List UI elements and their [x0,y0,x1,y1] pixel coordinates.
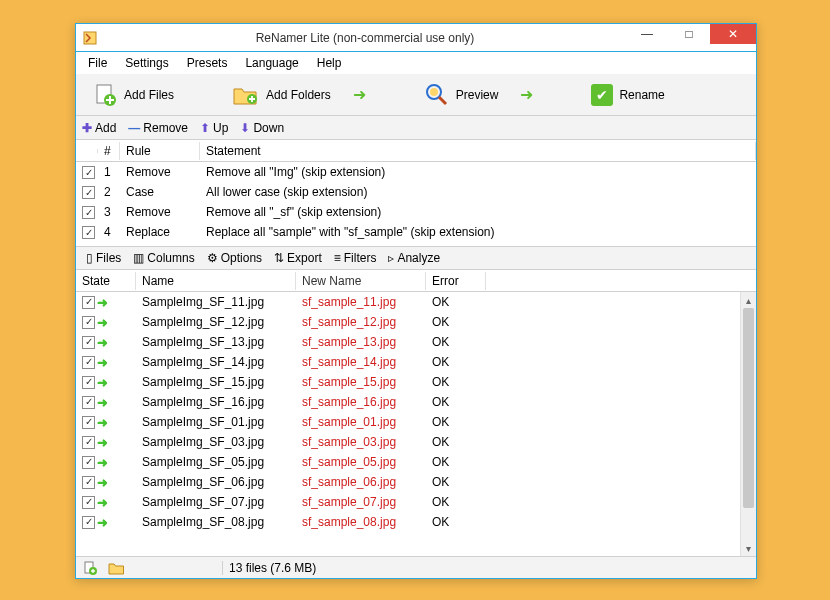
files-tab-filters[interactable]: ≡Filters [330,251,381,265]
file-name: SampleImg_SF_11.jpg [136,295,296,309]
col-error[interactable]: Error [426,272,486,290]
rule-checkbox[interactable] [82,186,95,199]
rename-button[interactable]: ✔ Rename [583,81,672,109]
file-row[interactable]: ➜SampleImg_SF_06.jpgsf_sample_06.jpgOK [76,472,740,492]
close-button[interactable]: ✕ [710,24,756,44]
rule-row[interactable]: 2CaseAll lower case (skip extension) [76,182,756,202]
rule-num: 3 [98,205,120,219]
file-name: SampleImg_SF_06.jpg [136,475,296,489]
files-tab-options[interactable]: ⚙Options [203,251,266,265]
rules-remove-button[interactable]: —Remove [128,121,188,135]
file-error: OK [426,335,486,349]
col-num[interactable]: # [98,142,120,160]
file-row[interactable]: ➜SampleImg_SF_05.jpgsf_sample_05.jpgOK [76,452,740,472]
file-row[interactable]: ➜SampleImg_SF_13.jpgsf_sample_13.jpgOK [76,332,740,352]
menu-file[interactable]: File [80,54,115,72]
scroll-up-icon[interactable]: ▴ [741,292,756,308]
col-state[interactable]: State [76,272,136,290]
titlebar[interactable]: ReNamer Lite (non-commercial use only) —… [76,24,756,52]
rule-row[interactable]: 1RemoveRemove all "Img" (skip extension) [76,162,756,182]
file-checkbox[interactable] [82,516,95,529]
file-newname: sf_sample_08.jpg [296,515,426,529]
file-row[interactable]: ➜SampleImg_SF_12.jpgsf_sample_12.jpgOK [76,312,740,332]
file-error: OK [426,495,486,509]
state-arrow-icon: ➜ [97,395,108,410]
menu-language[interactable]: Language [237,54,306,72]
rule-checkbox[interactable] [82,226,95,239]
file-row[interactable]: ➜SampleImg_SF_07.jpgsf_sample_07.jpgOK [76,492,740,512]
col-name[interactable]: Name [136,272,296,290]
menu-presets[interactable]: Presets [179,54,236,72]
file-checkbox[interactable] [82,356,95,369]
file-checkbox[interactable] [82,476,95,489]
file-name: SampleImg_SF_05.jpg [136,455,296,469]
file-checkbox[interactable] [82,376,95,389]
menu-help[interactable]: Help [309,54,350,72]
minus-icon: — [128,121,140,135]
rules-header: # Rule Statement [76,140,756,162]
rules-up-button[interactable]: ⬆Up [200,121,228,135]
status-add-file-icon[interactable] [82,560,98,576]
rules-add-button[interactable]: ✚Add [82,121,116,135]
status-add-folder-icon[interactable] [108,560,126,576]
rule-checkbox[interactable] [82,166,95,179]
file-name: SampleImg_SF_13.jpg [136,335,296,349]
file-error: OK [426,515,486,529]
add-files-icon [92,82,118,108]
file-newname: sf_sample_16.jpg [296,395,426,409]
rule-row[interactable]: 3RemoveRemove all "_sf" (skip extension) [76,202,756,222]
files-icon: ▯ [86,251,93,265]
file-row[interactable]: ➜SampleImg_SF_03.jpgsf_sample_03.jpgOK [76,432,740,452]
file-newname: sf_sample_14.jpg [296,355,426,369]
file-row[interactable]: ➜SampleImg_SF_11.jpgsf_sample_11.jpgOK [76,292,740,312]
files-tab-export[interactable]: ⇅Export [270,251,326,265]
file-checkbox[interactable] [82,396,95,409]
rule-statement: All lower case (skip extension) [200,185,756,199]
file-row[interactable]: ➜SampleImg_SF_14.jpgsf_sample_14.jpgOK [76,352,740,372]
options-icon: ⚙ [207,251,218,265]
files-tab-files[interactable]: ▯Files [82,251,125,265]
files-tab-columns[interactable]: ▥Columns [129,251,198,265]
plus-icon: ✚ [82,121,92,135]
file-newname: sf_sample_07.jpg [296,495,426,509]
add-folders-button[interactable]: Add Folders [224,80,339,110]
file-row[interactable]: ➜SampleImg_SF_16.jpgsf_sample_16.jpgOK [76,392,740,412]
status-text: 13 files (7.6 MB) [222,561,316,575]
rule-checkbox[interactable] [82,206,95,219]
file-checkbox[interactable] [82,436,95,449]
preview-button[interactable]: Preview [416,79,507,111]
col-rule[interactable]: Rule [120,142,200,160]
file-checkbox[interactable] [82,296,95,309]
file-row[interactable]: ➜SampleImg_SF_01.jpgsf_sample_01.jpgOK [76,412,740,432]
file-newname: sf_sample_12.jpg [296,315,426,329]
file-checkbox[interactable] [82,316,95,329]
files-list: ➜SampleImg_SF_11.jpgsf_sample_11.jpgOK ➜… [76,292,740,556]
col-newname[interactable]: New Name [296,272,426,290]
files-tab-analyze[interactable]: ▹Analyze [384,251,444,265]
rule-type: Remove [120,205,200,219]
scroll-down-icon[interactable]: ▾ [741,540,756,556]
scroll-thumb[interactable] [743,308,754,508]
file-checkbox[interactable] [82,456,95,469]
file-error: OK [426,435,486,449]
file-row[interactable]: ➜SampleImg_SF_08.jpgsf_sample_08.jpgOK [76,512,740,532]
file-checkbox[interactable] [82,336,95,349]
file-checkbox[interactable] [82,416,95,429]
file-checkbox[interactable] [82,496,95,509]
file-row[interactable]: ➜SampleImg_SF_15.jpgsf_sample_15.jpgOK [76,372,740,392]
file-error: OK [426,375,486,389]
file-name: SampleImg_SF_12.jpg [136,315,296,329]
files-toolbar: ▯Files ▥Columns ⚙Options ⇅Export ≡Filter… [76,246,756,270]
scrollbar[interactable]: ▴ ▾ [740,292,756,556]
maximize-button[interactable]: □ [668,24,710,44]
file-error: OK [426,475,486,489]
minimize-button[interactable]: — [626,24,668,44]
state-arrow-icon: ➜ [97,315,108,330]
col-stmt[interactable]: Statement [200,142,756,160]
app-icon [82,30,98,46]
menu-settings[interactable]: Settings [117,54,176,72]
rule-row[interactable]: 4ReplaceReplace all "sample" with "sf_sa… [76,222,756,242]
rules-down-button[interactable]: ⬇Down [240,121,284,135]
rule-type: Remove [120,165,200,179]
add-files-button[interactable]: Add Files [84,79,182,111]
